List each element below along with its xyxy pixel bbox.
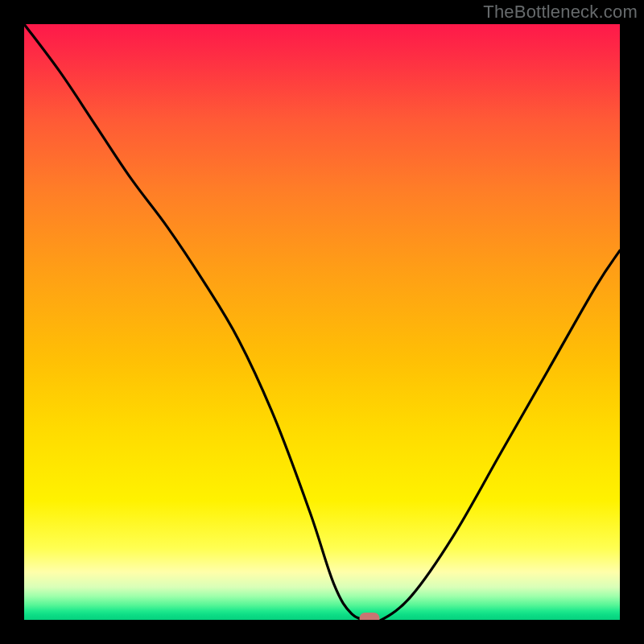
bottleneck-curve [24,24,620,620]
optimal-marker [360,613,380,620]
plot-area [24,24,620,620]
chart-frame: TheBottleneck.com [0,0,644,644]
watermark-text: TheBottleneck.com [483,2,638,23]
